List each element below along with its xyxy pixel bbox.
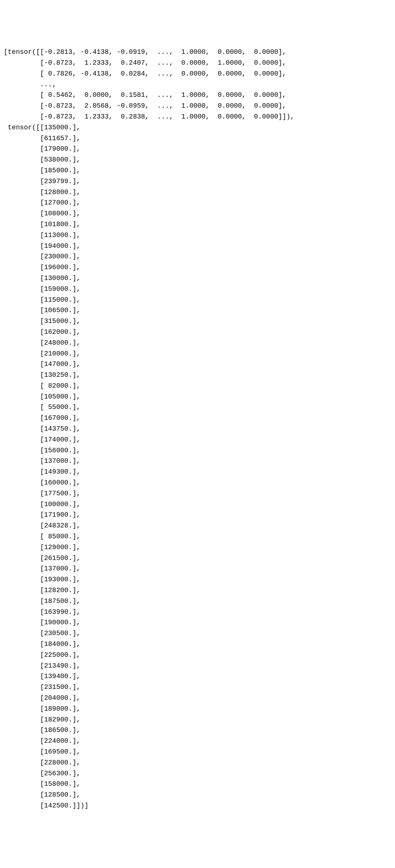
tensor1-line-4: [ 0.5462, 0.0000, 0.1581, ..., 1.0000, 0… (4, 91, 286, 99)
tensor2-rows: [611657.], [179000.], [538000.], [185000… (4, 135, 80, 799)
tensor1-line-5: [-0.8723, 2.0568, -0.0959, ..., 1.0000, … (4, 102, 286, 110)
tensor-output: [tensor([[-0.2813, -0.4138, -0.0919, ...… (4, 47, 391, 811)
tensor1-line-0: [tensor([[-0.2813, -0.4138, -0.0919, ...… (4, 48, 286, 56)
tensor1-line-2: [ 0.7826, -0.4138, 0.0284, ..., 0.0000, … (4, 70, 286, 77)
tensor1-line-3: ..., (4, 81, 56, 88)
tensor1-line-6: [-0.8723, 1.2333, 0.2838, ..., 1.0000, 0… (4, 113, 294, 120)
tensor2-line-last: [142500.]])] (4, 802, 89, 809)
tensor1-line-1: [-0.8723, 1.2333, 0.2407, ..., 0.0000, 1… (4, 59, 286, 67)
tensor2-line-first: tensor([[135000.], (4, 124, 80, 131)
